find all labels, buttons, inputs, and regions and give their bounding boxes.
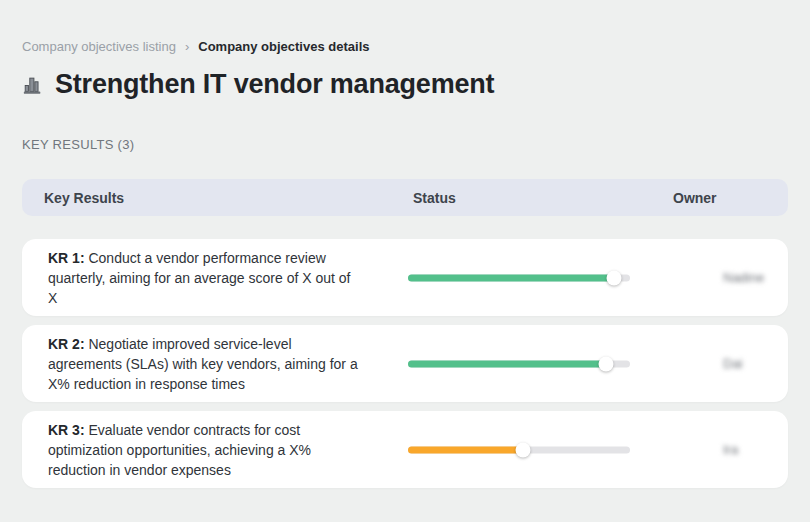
- owner-avatar: [672, 431, 710, 469]
- progress-slider[interactable]: [408, 356, 630, 371]
- breadcrumb: Company objectives listing › Company obj…: [22, 0, 788, 54]
- key-results-list: KR 1: Conduct a vendor performance revie…: [22, 239, 788, 488]
- column-header-key-results: Key Results: [22, 190, 408, 206]
- table-header: Key Results Status Owner: [22, 179, 788, 216]
- owner-name-blurred: Ira: [723, 442, 738, 457]
- key-result-row-1[interactable]: KR 1: Conduct a vendor performance revie…: [22, 239, 788, 316]
- slider-knob[interactable]: [607, 270, 622, 285]
- owner-cell: Ira: [652, 431, 788, 469]
- kr-label: KR 2:: [48, 336, 85, 352]
- kr-text: Conduct a vendor performance review quar…: [48, 250, 350, 306]
- owner-cell: Dai: [652, 345, 788, 383]
- owner-name-blurred: Dai: [723, 356, 743, 371]
- slider-fill: [408, 360, 606, 367]
- owner-cell: Nadine: [652, 259, 788, 297]
- slider-knob[interactable]: [516, 442, 531, 457]
- breadcrumb-company-objectives-listing[interactable]: Company objectives listing: [22, 39, 176, 54]
- column-header-status: Status: [408, 190, 652, 206]
- owner-avatar: [672, 259, 710, 297]
- status-cell: [408, 270, 652, 285]
- key-results-section-label: KEY RESULTS (3): [22, 137, 788, 152]
- kr-description: KR 1: Conduct a vendor performance revie…: [22, 248, 366, 308]
- objective-details-page: Company objectives listing › Company obj…: [0, 0, 810, 522]
- objective-title-row: Strengthen IT vendor management: [22, 69, 788, 100]
- chevron-right-icon: ›: [185, 39, 189, 54]
- progress-slider[interactable]: [408, 442, 630, 457]
- kr-label: KR 3:: [48, 422, 85, 438]
- owner-name-blurred: Nadine: [723, 270, 764, 285]
- kr-description: KR 2: Negotiate improved service-level a…: [22, 334, 366, 394]
- page-title: Strengthen IT vendor management: [55, 69, 494, 100]
- kr-text: Evaluate vendor contracts for cost optim…: [48, 422, 311, 478]
- slider-fill: [408, 274, 614, 281]
- slider-knob[interactable]: [598, 356, 613, 371]
- slider-fill: [408, 446, 523, 453]
- owner-avatar: [672, 345, 710, 383]
- kr-description: KR 3: Evaluate vendor contracts for cost…: [22, 420, 366, 480]
- progress-slider[interactable]: [408, 270, 630, 285]
- buildings-chart-icon: [22, 74, 44, 96]
- kr-text: Negotiate improved service-level agreeme…: [48, 336, 358, 392]
- breadcrumb-company-objectives-details[interactable]: Company objectives details: [198, 39, 369, 54]
- key-result-row-2[interactable]: KR 2: Negotiate improved service-level a…: [22, 325, 788, 402]
- status-cell: [408, 442, 652, 457]
- kr-label: KR 1:: [48, 250, 85, 266]
- status-cell: [408, 356, 652, 371]
- column-header-owner: Owner: [652, 190, 788, 206]
- key-result-row-3[interactable]: KR 3: Evaluate vendor contracts for cost…: [22, 411, 788, 488]
